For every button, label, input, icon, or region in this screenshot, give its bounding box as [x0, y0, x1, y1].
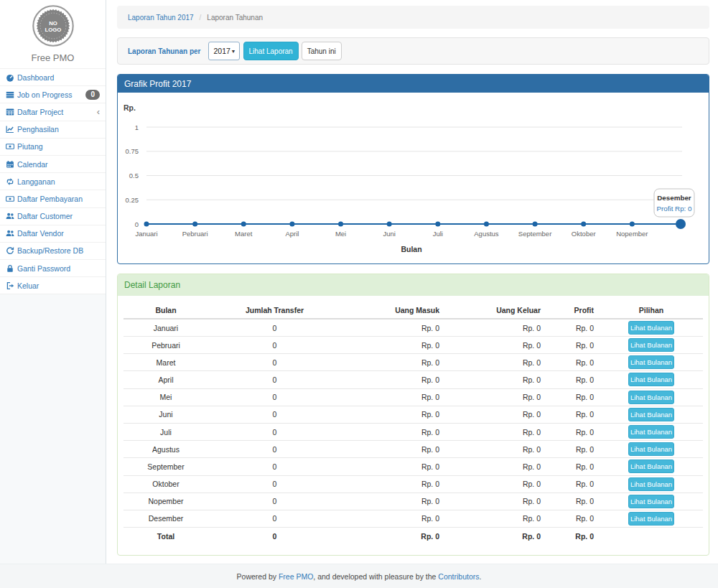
footer-link-contributors[interactable]: Contributors — [438, 572, 479, 581]
cell-action: Lihat Bulanan — [600, 354, 703, 371]
sidebar: NOLOGO Free PMO DashboardJob on Progress… — [0, 0, 106, 564]
lock-icon — [6, 264, 14, 273]
year-select[interactable]: 2017 ▼ — [208, 42, 240, 60]
cell-profit: Rp. 0 — [546, 388, 600, 406]
cell-action — [600, 528, 703, 545]
sidebar-item-daftar-vendor[interactable]: Daftar Vendor — [0, 225, 106, 243]
footer-link-freepmo[interactable]: Free PMO — [279, 572, 313, 581]
sidebar-item-calendar[interactable]: Calendar — [0, 156, 106, 173]
cell-profit: Rp. 0 — [546, 423, 600, 440]
sidebar-item-label: Calendar — [17, 160, 48, 169]
detail-table: BulanJumlah TransferUang MasukUang Kelua… — [123, 302, 703, 545]
chart-panel-title: Grafik Profit 2017 — [118, 75, 709, 93]
sidebar-item-keluar[interactable]: Keluar — [0, 277, 106, 294]
sidebar-item-piutang[interactable]: Piutang — [0, 139, 106, 156]
cell-uang_keluar: Rp. 0 — [445, 458, 546, 475]
svg-text:April: April — [285, 230, 299, 238]
lihat-bulanan-button[interactable]: Lihat Bulanan — [628, 442, 674, 456]
cell-uang_keluar: Rp. 0 — [445, 337, 546, 354]
cell-uang_masuk: Rp. 0 — [341, 337, 445, 354]
cell-jumlah_transfer: 0 — [208, 441, 341, 458]
cell-bulan: Desember — [123, 510, 208, 527]
cell-uang_masuk: Rp. 0 — [341, 528, 445, 545]
cell-bulan: Oktober — [123, 475, 208, 493]
lihat-bulanan-button[interactable]: Lihat Bulanan — [628, 373, 674, 386]
svg-text:Nopember: Nopember — [616, 230, 648, 238]
cell-uang_masuk: Rp. 0 — [341, 510, 445, 527]
sidebar-item-daftar-project[interactable]: Daftar Project‹ — [0, 103, 106, 121]
users-icon — [6, 229, 14, 238]
sidebar-item-daftar-customer[interactable]: Daftar Customer — [0, 208, 106, 225]
page-footer: Powered by Free PMO, and developed with … — [0, 564, 718, 588]
table-row-mei: Mei0Rp. 0Rp. 0Rp. 0Lihat Bulanan — [123, 388, 703, 406]
table-row-agustus: Agustus0Rp. 0Rp. 0Rp. 0Lihat Bulanan — [123, 441, 703, 458]
sidebar-item-penghasilan[interactable]: Penghasilan — [0, 121, 106, 139]
footer-text: Powered by Free PMO, and developed with … — [237, 572, 482, 581]
cell-uang_keluar: Rp. 0 — [445, 528, 546, 545]
caret-down-icon: ▼ — [231, 49, 236, 54]
cell-uang_keluar: Rp. 0 — [445, 319, 546, 337]
logo-area: NOLOGO Free PMO — [0, 0, 106, 68]
tahun-ini-button[interactable]: Tahun ini — [302, 42, 342, 60]
lihat-bulanan-button[interactable]: Lihat Bulanan — [628, 495, 674, 508]
sidebar-item-dashboard[interactable]: Dashboard — [0, 69, 106, 86]
table-row-september: September0Rp. 0Rp. 0Rp. 0Lihat Bulanan — [123, 458, 703, 475]
cell-jumlah_transfer: 0 — [208, 528, 341, 545]
column-header-jumlah-transfer: Jumlah Transfer — [208, 302, 341, 319]
chart-area: Rp.00.250.50.751JanuariPebruariMaretApri… — [118, 93, 709, 263]
sidebar-item-ganti-password[interactable]: Ganti Password — [0, 260, 106, 277]
lihat-bulanan-button[interactable]: Lihat Bulanan — [628, 355, 674, 369]
profit-chart-panel: Grafik Profit 2017 Rp.00.250.50.751Janua… — [117, 74, 709, 264]
cell-bulan: September — [123, 458, 208, 475]
cell-uang_masuk: Rp. 0 — [341, 458, 445, 475]
breadcrumb-link[interactable]: Laporan Tahun 2017 — [128, 14, 194, 22]
svg-text:Agustus: Agustus — [474, 230, 499, 238]
sidebar-item-backup-restore-db[interactable]: Backup/Restore DB — [0, 243, 106, 260]
svg-text:1: 1 — [135, 123, 139, 131]
lihat-bulanan-button[interactable]: Lihat Bulanan — [628, 391, 674, 404]
sidebar-item-label: Daftar Vendor — [17, 229, 64, 238]
lihat-bulanan-button[interactable]: Lihat Bulanan — [628, 477, 674, 491]
detail-table-wrap: BulanJumlah TransferUang MasukUang Kelua… — [118, 296, 709, 555]
lihat-bulanan-button[interactable]: Lihat Bulanan — [628, 338, 674, 352]
cell-uang_keluar: Rp. 0 — [445, 406, 546, 423]
cell-profit: Rp. 0 — [546, 371, 600, 388]
svg-text:0.25: 0.25 — [126, 196, 139, 204]
chart-tooltip: DesemberProfit Rp: 0 — [654, 189, 694, 217]
table-row-maret: Maret0Rp. 0Rp. 0Rp. 0Lihat Bulanan — [123, 354, 703, 371]
money-icon — [6, 142, 14, 151]
cell-jumlah_transfer: 0 — [208, 388, 341, 406]
cell-action: Lihat Bulanan — [600, 406, 703, 423]
svg-text:0: 0 — [135, 220, 139, 228]
cell-uang_keluar: Rp. 0 — [445, 510, 546, 527]
lihat-bulanan-button[interactable]: Lihat Bulanan — [628, 425, 674, 439]
cell-profit: Rp. 0 — [546, 441, 600, 458]
sidebar-nav: DashboardJob on Progress0Daftar Project‹… — [0, 68, 106, 294]
table-row-pebruari: Pebruari0Rp. 0Rp. 0Rp. 0Lihat Bulanan — [123, 337, 703, 354]
table-icon — [6, 108, 14, 116]
lihat-bulanan-button[interactable]: Lihat Bulanan — [628, 459, 674, 473]
sidebar-item-daftar-pembayaran[interactable]: Daftar Pembayaran — [0, 190, 106, 207]
count-badge: 0 — [85, 90, 100, 100]
dashboard-icon — [6, 73, 14, 82]
lihat-laporan-button[interactable]: Lihat Laporan — [243, 42, 299, 60]
lihat-bulanan-button[interactable]: Lihat Bulanan — [628, 321, 674, 335]
lihat-bulanan-button[interactable]: Lihat Bulanan — [628, 512, 674, 526]
sidebar-item-label: Daftar Project — [17, 108, 63, 116]
cell-uang_keluar: Rp. 0 — [445, 371, 546, 388]
column-header-pilihan: Pilihan — [600, 302, 703, 319]
cell-jumlah_transfer: 0 — [208, 371, 341, 388]
table-row-juni: Juni0Rp. 0Rp. 0Rp. 0Lihat Bulanan — [123, 406, 703, 423]
cell-uang_keluar: Rp. 0 — [445, 423, 546, 440]
sidebar-item-langganan[interactable]: Langganan — [0, 173, 106, 190]
cell-action: Lihat Bulanan — [600, 493, 703, 510]
cell-jumlah_transfer: 0 — [208, 475, 341, 493]
svg-text:LOGO: LOGO — [45, 27, 61, 33]
cell-profit: Rp. 0 — [546, 458, 600, 475]
cell-uang_masuk: Rp. 0 — [341, 493, 445, 510]
svg-text:Januari: Januari — [135, 230, 157, 238]
no-logo-badge: NOLOGO — [31, 4, 75, 48]
sidebar-item-job-on-progress[interactable]: Job on Progress0 — [0, 86, 106, 103]
lihat-bulanan-button[interactable]: Lihat Bulanan — [628, 408, 674, 421]
cell-profit: Rp. 0 — [546, 354, 600, 371]
